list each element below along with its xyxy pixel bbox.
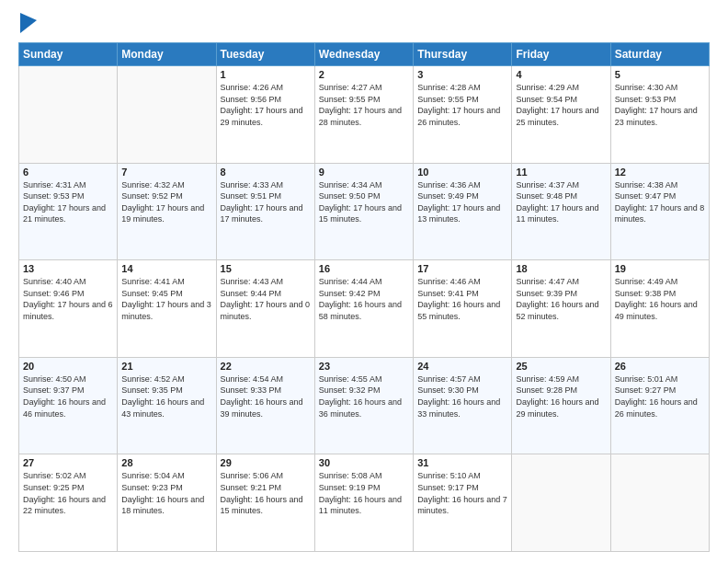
table-row: 25Sunrise: 4:59 AMSunset: 9:28 PMDayligh…	[512, 357, 610, 454]
day-number: 27	[23, 457, 113, 468]
day-info: Sunrise: 4:38 AMSunset: 9:47 PMDaylight:…	[615, 179, 705, 225]
table-row: 31Sunrise: 5:10 AMSunset: 9:17 PMDayligh…	[414, 454, 512, 552]
day-info: Sunrise: 4:28 AMSunset: 9:55 PMDaylight:…	[417, 82, 507, 128]
day-info: Sunrise: 4:59 AMSunset: 9:28 PMDaylight:…	[516, 373, 606, 419]
table-row: 18Sunrise: 4:47 AMSunset: 9:39 PMDayligh…	[512, 260, 610, 358]
table-row: 24Sunrise: 4:57 AMSunset: 9:30 PMDayligh…	[414, 357, 512, 454]
table-row	[512, 454, 610, 552]
day-number: 6	[23, 167, 113, 178]
table-row: 28Sunrise: 5:04 AMSunset: 9:23 PMDayligh…	[118, 454, 216, 552]
day-info: Sunrise: 5:10 AMSunset: 9:17 PMDaylight:…	[417, 470, 507, 516]
page: SundayMondayTuesdayWednesdayThursdayFrid…	[0, 0, 728, 563]
day-info: Sunrise: 4:31 AMSunset: 9:53 PMDaylight:…	[23, 179, 113, 225]
day-info: Sunrise: 4:47 AMSunset: 9:39 PMDaylight:…	[516, 276, 606, 322]
day-info: Sunrise: 4:44 AMSunset: 9:42 PMDaylight:…	[319, 276, 409, 322]
day-info: Sunrise: 4:54 AMSunset: 9:33 PMDaylight:…	[221, 373, 311, 419]
table-row: 5Sunrise: 4:30 AMSunset: 9:53 PMDaylight…	[610, 66, 709, 164]
week-row-1: 6Sunrise: 4:31 AMSunset: 9:53 PMDaylight…	[19, 163, 710, 260]
day-info: Sunrise: 4:55 AMSunset: 9:32 PMDaylight:…	[319, 373, 409, 419]
table-row: 8Sunrise: 4:33 AMSunset: 9:51 PMDaylight…	[216, 163, 314, 260]
day-number: 20	[23, 361, 113, 372]
table-row: 7Sunrise: 4:32 AMSunset: 9:52 PMDaylight…	[118, 163, 216, 260]
day-info: Sunrise: 4:41 AMSunset: 9:45 PMDaylight:…	[121, 276, 211, 322]
day-number: 10	[417, 167, 507, 178]
table-row: 19Sunrise: 4:49 AMSunset: 9:38 PMDayligh…	[610, 260, 709, 358]
col-header-monday: Monday	[118, 43, 216, 66]
day-number: 9	[319, 167, 409, 178]
table-row: 17Sunrise: 4:46 AMSunset: 9:41 PMDayligh…	[414, 260, 512, 358]
day-info: Sunrise: 5:06 AMSunset: 9:21 PMDaylight:…	[221, 470, 311, 516]
day-info: Sunrise: 4:27 AMSunset: 9:55 PMDaylight:…	[319, 82, 409, 128]
day-number: 15	[221, 263, 311, 274]
table-row: 15Sunrise: 4:43 AMSunset: 9:44 PMDayligh…	[216, 260, 314, 358]
table-row	[19, 66, 118, 164]
week-row-3: 20Sunrise: 4:50 AMSunset: 9:37 PMDayligh…	[19, 357, 710, 454]
day-info: Sunrise: 4:52 AMSunset: 9:35 PMDaylight:…	[121, 373, 211, 419]
table-row: 27Sunrise: 5:02 AMSunset: 9:25 PMDayligh…	[19, 454, 118, 552]
day-info: Sunrise: 4:46 AMSunset: 9:41 PMDaylight:…	[417, 276, 507, 322]
col-header-thursday: Thursday	[414, 43, 512, 66]
day-number: 25	[516, 361, 606, 372]
table-row	[118, 66, 216, 164]
table-row: 29Sunrise: 5:06 AMSunset: 9:21 PMDayligh…	[216, 454, 314, 552]
table-row: 26Sunrise: 5:01 AMSunset: 9:27 PMDayligh…	[610, 357, 709, 454]
week-row-0: 1Sunrise: 4:26 AMSunset: 9:56 PMDaylight…	[19, 66, 710, 164]
table-row: 14Sunrise: 4:41 AMSunset: 9:45 PMDayligh…	[118, 260, 216, 358]
table-row: 6Sunrise: 4:31 AMSunset: 9:53 PMDaylight…	[19, 163, 118, 260]
day-info: Sunrise: 5:01 AMSunset: 9:27 PMDaylight:…	[615, 373, 705, 419]
day-number: 14	[121, 263, 211, 274]
day-info: Sunrise: 4:29 AMSunset: 9:54 PMDaylight:…	[516, 82, 606, 128]
table-row: 2Sunrise: 4:27 AMSunset: 9:55 PMDaylight…	[314, 66, 413, 164]
day-number: 1	[221, 69, 311, 80]
day-number: 31	[417, 457, 507, 468]
col-header-saturday: Saturday	[610, 43, 709, 66]
day-info: Sunrise: 5:02 AMSunset: 9:25 PMDaylight:…	[23, 470, 113, 516]
day-number: 29	[221, 457, 311, 468]
col-header-wednesday: Wednesday	[314, 43, 413, 66]
day-number: 17	[417, 263, 507, 274]
day-number: 16	[319, 263, 409, 274]
day-number: 7	[121, 167, 211, 178]
table-row: 4Sunrise: 4:29 AMSunset: 9:54 PMDaylight…	[512, 66, 610, 164]
table-row: 22Sunrise: 4:54 AMSunset: 9:33 PMDayligh…	[216, 357, 314, 454]
day-info: Sunrise: 4:37 AMSunset: 9:48 PMDaylight:…	[516, 179, 606, 225]
day-number: 3	[417, 69, 507, 80]
col-header-friday: Friday	[512, 43, 610, 66]
day-number: 11	[516, 167, 606, 178]
table-row	[610, 454, 709, 552]
table-row: 12Sunrise: 4:38 AMSunset: 9:47 PMDayligh…	[610, 163, 709, 260]
table-row: 13Sunrise: 4:40 AMSunset: 9:46 PMDayligh…	[19, 260, 118, 358]
table-row: 20Sunrise: 4:50 AMSunset: 9:37 PMDayligh…	[19, 357, 118, 454]
table-row: 10Sunrise: 4:36 AMSunset: 9:49 PMDayligh…	[414, 163, 512, 260]
day-info: Sunrise: 4:33 AMSunset: 9:51 PMDaylight:…	[221, 179, 311, 225]
day-info: Sunrise: 4:43 AMSunset: 9:44 PMDaylight:…	[221, 276, 311, 322]
day-number: 23	[319, 361, 409, 372]
logo-icon	[20, 13, 37, 33]
day-number: 5	[615, 69, 705, 80]
week-row-4: 27Sunrise: 5:02 AMSunset: 9:25 PMDayligh…	[19, 454, 710, 552]
day-info: Sunrise: 4:30 AMSunset: 9:53 PMDaylight:…	[615, 82, 705, 128]
logo	[18, 15, 37, 33]
calendar-table: SundayMondayTuesdayWednesdayThursdayFrid…	[18, 42, 710, 552]
col-header-sunday: Sunday	[19, 43, 118, 66]
day-number: 22	[221, 361, 311, 372]
day-number: 19	[615, 263, 705, 274]
day-info: Sunrise: 4:32 AMSunset: 9:52 PMDaylight:…	[121, 179, 211, 225]
day-number: 30	[319, 457, 409, 468]
day-number: 21	[121, 361, 211, 372]
day-number: 28	[121, 457, 211, 468]
table-row: 21Sunrise: 4:52 AMSunset: 9:35 PMDayligh…	[118, 357, 216, 454]
table-row: 23Sunrise: 4:55 AMSunset: 9:32 PMDayligh…	[314, 357, 413, 454]
week-row-2: 13Sunrise: 4:40 AMSunset: 9:46 PMDayligh…	[19, 260, 710, 358]
day-info: Sunrise: 5:04 AMSunset: 9:23 PMDaylight:…	[121, 470, 211, 516]
table-row: 16Sunrise: 4:44 AMSunset: 9:42 PMDayligh…	[314, 260, 413, 358]
day-number: 13	[23, 263, 113, 274]
day-number: 26	[615, 361, 705, 372]
day-number: 4	[516, 69, 606, 80]
day-info: Sunrise: 4:40 AMSunset: 9:46 PMDaylight:…	[23, 276, 113, 322]
day-info: Sunrise: 4:49 AMSunset: 9:38 PMDaylight:…	[615, 276, 705, 322]
table-row: 30Sunrise: 5:08 AMSunset: 9:19 PMDayligh…	[314, 454, 413, 552]
day-info: Sunrise: 4:26 AMSunset: 9:56 PMDaylight:…	[221, 82, 311, 128]
day-info: Sunrise: 4:57 AMSunset: 9:30 PMDaylight:…	[417, 373, 507, 419]
table-row: 9Sunrise: 4:34 AMSunset: 9:50 PMDaylight…	[314, 163, 413, 260]
